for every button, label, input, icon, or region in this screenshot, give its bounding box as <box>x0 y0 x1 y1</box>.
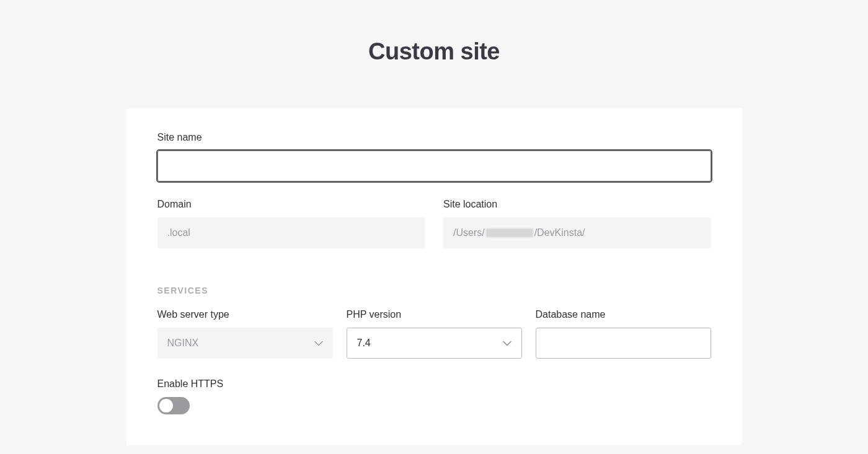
web-server-value: NGINX <box>167 338 199 349</box>
web-server-select[interactable]: NGINX <box>157 328 333 359</box>
php-version-field: PHP version 7.4 <box>347 309 522 359</box>
php-version-value: 7.4 <box>357 338 371 349</box>
chevron-down-icon <box>314 339 323 347</box>
redacted-username <box>486 229 533 237</box>
domain-label: Domain <box>157 199 425 210</box>
site-location-prefix: /Users/ <box>453 227 485 238</box>
site-name-input[interactable] <box>157 151 711 181</box>
site-location-label: Site location <box>443 199 711 210</box>
web-server-field: Web server type NGINX <box>157 309 333 359</box>
database-name-label: Database name <box>536 309 711 320</box>
form-card: Site name Domain .local Site location /U… <box>126 108 742 445</box>
site-location-value: /Users//DevKinsta/ <box>443 217 711 248</box>
https-field: Enable HTTPS <box>157 378 711 414</box>
services-header: SERVICES <box>157 286 711 295</box>
domain-field: Domain .local <box>157 199 425 248</box>
toggle-knob <box>159 399 173 413</box>
database-name-input[interactable] <box>536 328 711 359</box>
site-location-suffix: /DevKinsta/ <box>534 227 585 238</box>
chevron-down-icon <box>503 339 512 347</box>
php-version-label: PHP version <box>347 309 522 320</box>
page-title: Custom site <box>0 0 868 108</box>
database-name-field: Database name <box>536 309 711 359</box>
site-location-field: Site location /Users//DevKinsta/ <box>443 199 711 248</box>
web-server-label: Web server type <box>157 309 333 320</box>
site-name-label: Site name <box>157 132 711 143</box>
domain-value: .local <box>157 217 425 248</box>
https-toggle[interactable] <box>157 397 190 414</box>
php-version-select[interactable]: 7.4 <box>347 328 522 359</box>
https-label: Enable HTTPS <box>157 378 711 390</box>
site-name-field: Site name <box>157 132 711 181</box>
